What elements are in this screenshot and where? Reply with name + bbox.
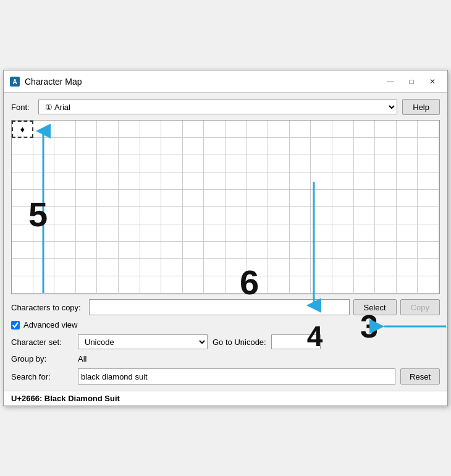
- char-cell[interactable]: [54, 138, 76, 155]
- char-cell[interactable]: [140, 224, 162, 242]
- char-cell[interactable]: [54, 259, 76, 276]
- select-button[interactable]: Select: [353, 299, 397, 315]
- char-cell[interactable]: [54, 242, 76, 259]
- char-cell[interactable]: [375, 207, 397, 224]
- char-cell[interactable]: [247, 155, 269, 172]
- char-cell[interactable]: [204, 207, 225, 224]
- char-cell[interactable]: [140, 138, 162, 155]
- char-cell[interactable]: [354, 276, 376, 294]
- char-cell[interactable]: [97, 207, 119, 224]
- char-cell[interactable]: [76, 190, 98, 207]
- char-cell[interactable]: [268, 242, 290, 259]
- char-cell[interactable]: [354, 172, 376, 190]
- char-cell[interactable]: [161, 242, 183, 259]
- char-cell[interactable]: [12, 207, 33, 224]
- char-cell[interactable]: [225, 121, 247, 138]
- char-cell[interactable]: [161, 276, 183, 294]
- minimize-button[interactable]: —: [381, 74, 400, 89]
- char-cell[interactable]: [225, 138, 247, 155]
- char-cell[interactable]: [354, 224, 376, 242]
- char-cell[interactable]: [225, 207, 247, 224]
- char-cell[interactable]: [247, 259, 269, 276]
- char-cell[interactable]: [311, 259, 332, 276]
- char-cell[interactable]: [204, 138, 225, 155]
- char-cell[interactable]: [140, 276, 162, 294]
- char-cell[interactable]: [76, 224, 98, 242]
- help-button[interactable]: Help: [402, 99, 440, 115]
- char-cell[interactable]: [397, 138, 418, 155]
- char-cell[interactable]: [33, 259, 55, 276]
- char-cell[interactable]: [161, 190, 183, 207]
- char-cell[interactable]: [119, 190, 140, 207]
- char-cell[interactable]: [33, 138, 55, 155]
- char-cell[interactable]: [12, 155, 33, 172]
- char-cell[interactable]: [418, 242, 439, 259]
- maximize-button[interactable]: □: [402, 74, 421, 89]
- char-cell[interactable]: [183, 259, 204, 276]
- advanced-view-label[interactable]: Advanced view: [23, 320, 77, 329]
- char-cell[interactable]: [332, 138, 354, 155]
- char-cell[interactable]: [12, 276, 33, 294]
- char-cell[interactable]: [119, 155, 140, 172]
- char-cell[interactable]: [183, 172, 204, 190]
- char-cell[interactable]: [418, 155, 439, 172]
- char-cell[interactable]: [225, 276, 247, 294]
- char-cell[interactable]: [183, 155, 204, 172]
- char-cell[interactable]: [161, 138, 183, 155]
- char-cell[interactable]: [12, 259, 33, 276]
- char-cell[interactable]: [311, 155, 332, 172]
- char-cell[interactable]: [375, 155, 397, 172]
- char-cell[interactable]: [311, 138, 332, 155]
- font-dropdown[interactable]: ① Arial: [38, 100, 397, 114]
- char-cell[interactable]: [204, 190, 225, 207]
- char-cell[interactable]: [183, 190, 204, 207]
- char-cell[interactable]: [140, 242, 162, 259]
- char-cell[interactable]: [33, 207, 55, 224]
- char-cell[interactable]: [161, 121, 183, 138]
- char-cell[interactable]: [225, 190, 247, 207]
- char-cell[interactable]: [290, 242, 311, 259]
- char-cell[interactable]: [33, 242, 55, 259]
- char-cell[interactable]: [140, 155, 162, 172]
- char-cell[interactable]: [375, 242, 397, 259]
- char-cell[interactable]: [97, 121, 119, 138]
- char-cell[interactable]: [76, 155, 98, 172]
- char-cell[interactable]: [375, 224, 397, 242]
- char-cell[interactable]: [76, 121, 98, 138]
- char-cell[interactable]: [183, 224, 204, 242]
- char-cell[interactable]: [97, 172, 119, 190]
- char-cell[interactable]: [97, 190, 119, 207]
- char-cell[interactable]: [375, 138, 397, 155]
- char-cell[interactable]: [204, 172, 225, 190]
- char-cell[interactable]: [332, 224, 354, 242]
- char-cell[interactable]: [161, 155, 183, 172]
- char-cell[interactable]: [119, 259, 140, 276]
- char-cell[interactable]: [119, 207, 140, 224]
- char-cell[interactable]: [119, 121, 140, 138]
- char-cell[interactable]: [268, 138, 290, 155]
- char-cell[interactable]: [354, 121, 376, 138]
- char-cell[interactable]: [418, 276, 439, 294]
- char-cell[interactable]: [332, 276, 354, 294]
- char-cell[interactable]: [375, 121, 397, 138]
- char-cell[interactable]: [247, 276, 269, 294]
- char-cell[interactable]: [76, 259, 98, 276]
- char-cell[interactable]: [290, 155, 311, 172]
- char-cell[interactable]: [204, 155, 225, 172]
- char-cell[interactable]: [183, 138, 204, 155]
- char-cell[interactable]: [268, 276, 290, 294]
- char-cell[interactable]: [397, 121, 418, 138]
- char-cell[interactable]: [33, 121, 55, 138]
- char-cell[interactable]: [268, 207, 290, 224]
- char-cell[interactable]: [76, 172, 98, 190]
- char-cell[interactable]: [418, 259, 439, 276]
- char-cell[interactable]: [290, 276, 311, 294]
- char-cell[interactable]: [54, 276, 76, 294]
- char-cell[interactable]: [354, 259, 376, 276]
- char-cell[interactable]: [225, 224, 247, 242]
- char-cell[interactable]: [140, 259, 162, 276]
- char-cell[interactable]: [225, 242, 247, 259]
- char-cell[interactable]: [332, 172, 354, 190]
- char-cell[interactable]: [375, 172, 397, 190]
- char-cell[interactable]: [12, 224, 33, 242]
